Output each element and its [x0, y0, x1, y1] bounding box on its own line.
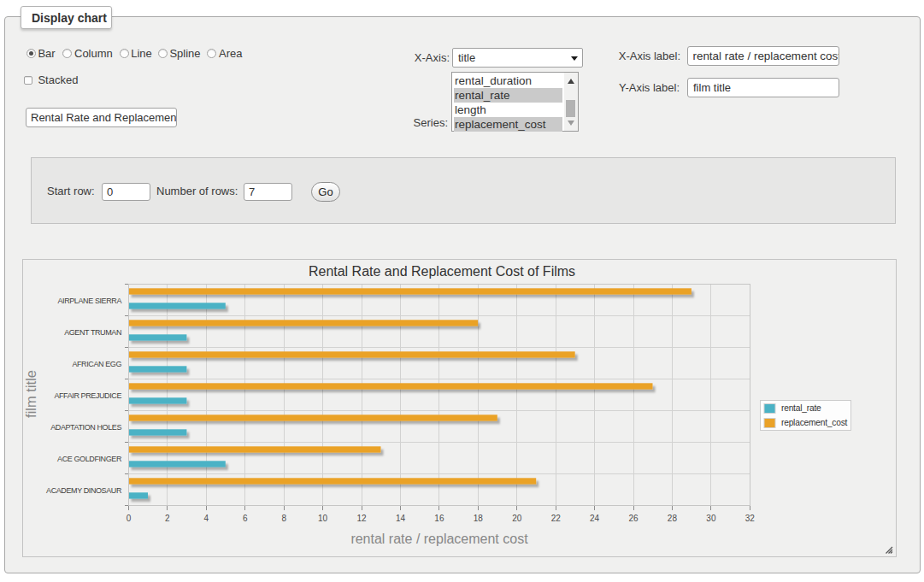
svg-text:ACADEMY DINOSAUR: ACADEMY DINOSAUR	[46, 486, 122, 495]
svg-text:14: 14	[396, 514, 406, 523]
svg-text:rental rate / replacement cost: rental rate / replacement cost	[350, 532, 528, 546]
svg-text:28: 28	[668, 514, 678, 523]
svg-text:AGENT TRUMAN: AGENT TRUMAN	[64, 328, 121, 337]
svg-text:12: 12	[356, 514, 367, 523]
svg-text:2: 2	[165, 514, 170, 523]
svg-text:6: 6	[243, 514, 248, 523]
svg-text:8: 8	[281, 514, 286, 523]
svg-text:0: 0	[127, 514, 132, 523]
svg-text:10: 10	[318, 514, 328, 523]
svg-text:26: 26	[628, 514, 639, 523]
svg-text:AIRPLANE SIERRA: AIRPLANE SIERRA	[57, 297, 121, 305]
svg-text:20: 20	[512, 514, 522, 523]
svg-text:16: 16	[434, 514, 444, 523]
svg-text:4: 4	[204, 514, 209, 523]
svg-text:replacement_cost: replacement_cost	[781, 418, 848, 427]
svg-text:AFRICAN EGG: AFRICAN EGG	[72, 360, 121, 368]
svg-text:AFFAIR PREJUDICE: AFFAIR PREJUDICE	[54, 391, 121, 400]
svg-text:30: 30	[706, 514, 716, 523]
svg-text:Rental Rate and Replacement Co: Rental Rate and Replacement Cost of Film…	[309, 264, 575, 279]
svg-text:ACE GOLDFINGER: ACE GOLDFINGER	[57, 455, 122, 463]
svg-text:rental_rate: rental_rate	[781, 403, 821, 413]
svg-text:18: 18	[474, 514, 484, 523]
svg-text:film title: film title	[23, 370, 38, 418]
svg-text:22: 22	[551, 514, 562, 523]
svg-text:24: 24	[590, 514, 600, 523]
svg-text:32: 32	[745, 514, 756, 523]
svg-text:ADAPTATION HOLES: ADAPTATION HOLES	[50, 423, 121, 432]
